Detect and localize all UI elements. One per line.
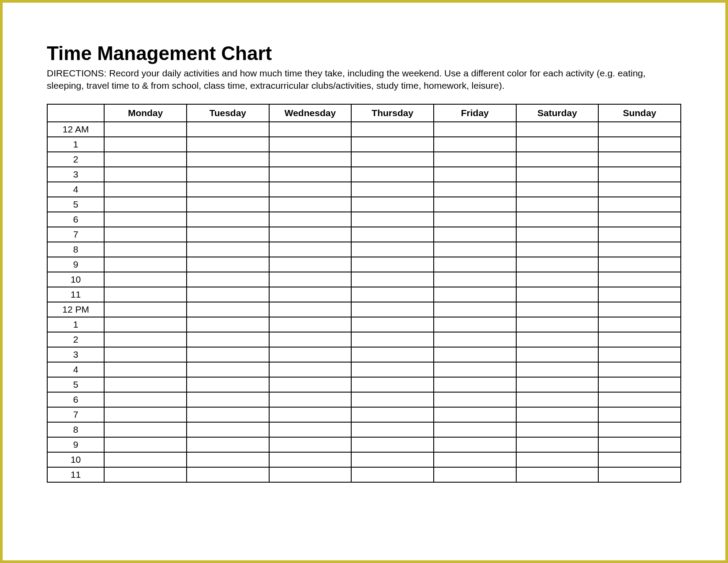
schedule-cell[interactable] (104, 317, 187, 332)
schedule-cell[interactable] (516, 467, 599, 482)
schedule-cell[interactable] (598, 257, 681, 272)
schedule-cell[interactable] (598, 212, 681, 227)
schedule-cell[interactable] (351, 287, 434, 302)
schedule-cell[interactable] (598, 182, 681, 197)
schedule-cell[interactable] (434, 377, 516, 392)
schedule-cell[interactable] (351, 182, 434, 197)
schedule-cell[interactable] (598, 407, 681, 422)
schedule-cell[interactable] (269, 332, 352, 347)
schedule-cell[interactable] (269, 377, 352, 392)
schedule-cell[interactable] (269, 137, 352, 152)
schedule-cell[interactable] (434, 182, 516, 197)
schedule-cell[interactable] (269, 197, 352, 212)
schedule-cell[interactable] (269, 287, 352, 302)
schedule-cell[interactable] (516, 242, 599, 257)
schedule-cell[interactable] (434, 242, 516, 257)
schedule-cell[interactable] (104, 302, 187, 317)
schedule-cell[interactable] (516, 227, 599, 242)
schedule-cell[interactable] (434, 452, 516, 467)
schedule-cell[interactable] (516, 392, 599, 407)
schedule-cell[interactable] (104, 182, 187, 197)
schedule-cell[interactable] (104, 422, 187, 437)
schedule-cell[interactable] (104, 167, 187, 182)
schedule-cell[interactable] (598, 272, 681, 287)
schedule-cell[interactable] (351, 257, 434, 272)
schedule-cell[interactable] (516, 422, 599, 437)
schedule-cell[interactable] (434, 407, 516, 422)
schedule-cell[interactable] (516, 272, 599, 287)
schedule-cell[interactable] (434, 437, 516, 452)
schedule-cell[interactable] (516, 332, 599, 347)
schedule-cell[interactable] (434, 227, 516, 242)
schedule-cell[interactable] (351, 377, 434, 392)
schedule-cell[interactable] (351, 407, 434, 422)
schedule-cell[interactable] (351, 272, 434, 287)
schedule-cell[interactable] (598, 242, 681, 257)
schedule-cell[interactable] (187, 137, 269, 152)
schedule-cell[interactable] (351, 347, 434, 362)
schedule-cell[interactable] (104, 212, 187, 227)
schedule-cell[interactable] (269, 407, 352, 422)
schedule-cell[interactable] (434, 152, 516, 167)
schedule-cell[interactable] (516, 167, 599, 182)
schedule-cell[interactable] (269, 182, 352, 197)
schedule-cell[interactable] (516, 257, 599, 272)
schedule-cell[interactable] (104, 272, 187, 287)
schedule-cell[interactable] (269, 242, 352, 257)
schedule-cell[interactable] (187, 272, 269, 287)
schedule-cell[interactable] (516, 437, 599, 452)
schedule-cell[interactable] (516, 137, 599, 152)
schedule-cell[interactable] (351, 212, 434, 227)
schedule-cell[interactable] (598, 317, 681, 332)
schedule-cell[interactable] (351, 392, 434, 407)
schedule-cell[interactable] (516, 377, 599, 392)
schedule-cell[interactable] (434, 137, 516, 152)
schedule-cell[interactable] (434, 392, 516, 407)
schedule-cell[interactable] (187, 152, 269, 167)
schedule-cell[interactable] (269, 212, 352, 227)
schedule-cell[interactable] (434, 347, 516, 362)
schedule-cell[interactable] (187, 467, 269, 482)
schedule-cell[interactable] (598, 392, 681, 407)
schedule-cell[interactable] (104, 122, 187, 137)
schedule-cell[interactable] (598, 467, 681, 482)
schedule-cell[interactable] (351, 242, 434, 257)
schedule-cell[interactable] (598, 302, 681, 317)
schedule-cell[interactable] (434, 302, 516, 317)
schedule-cell[interactable] (598, 377, 681, 392)
schedule-cell[interactable] (104, 197, 187, 212)
schedule-cell[interactable] (598, 437, 681, 452)
schedule-cell[interactable] (104, 347, 187, 362)
schedule-cell[interactable] (598, 287, 681, 302)
schedule-cell[interactable] (598, 347, 681, 362)
schedule-cell[interactable] (434, 212, 516, 227)
schedule-cell[interactable] (434, 317, 516, 332)
schedule-cell[interactable] (269, 122, 352, 137)
schedule-cell[interactable] (269, 317, 352, 332)
schedule-cell[interactable] (187, 317, 269, 332)
schedule-cell[interactable] (516, 212, 599, 227)
schedule-cell[interactable] (516, 317, 599, 332)
schedule-cell[interactable] (434, 467, 516, 482)
schedule-cell[interactable] (516, 287, 599, 302)
schedule-cell[interactable] (187, 197, 269, 212)
schedule-cell[interactable] (104, 287, 187, 302)
schedule-cell[interactable] (269, 437, 352, 452)
schedule-cell[interactable] (104, 392, 187, 407)
schedule-cell[interactable] (434, 362, 516, 377)
schedule-cell[interactable] (598, 197, 681, 212)
schedule-cell[interactable] (187, 212, 269, 227)
schedule-cell[interactable] (104, 257, 187, 272)
schedule-cell[interactable] (351, 332, 434, 347)
schedule-cell[interactable] (351, 437, 434, 452)
schedule-cell[interactable] (434, 287, 516, 302)
schedule-cell[interactable] (351, 122, 434, 137)
schedule-cell[interactable] (516, 182, 599, 197)
schedule-cell[interactable] (269, 362, 352, 377)
schedule-cell[interactable] (187, 122, 269, 137)
schedule-cell[interactable] (269, 392, 352, 407)
schedule-cell[interactable] (269, 167, 352, 182)
schedule-cell[interactable] (269, 347, 352, 362)
schedule-cell[interactable] (269, 302, 352, 317)
schedule-cell[interactable] (187, 167, 269, 182)
